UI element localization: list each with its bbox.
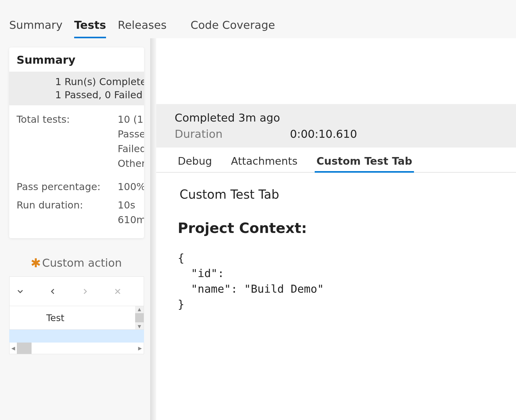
- close-button[interactable]: [111, 284, 125, 298]
- expand-toggle-button[interactable]: [13, 284, 27, 298]
- vertical-scrollbar[interactable]: ▲ ▼: [135, 306, 144, 329]
- chevron-left-icon: [48, 287, 57, 296]
- detail-tabs: Debug Attachments Custom Test Tab: [156, 148, 516, 173]
- tab-tests[interactable]: Tests: [74, 19, 106, 38]
- detail-duration-value: 0:00:10.610: [290, 128, 357, 140]
- tab-summary[interactable]: Summary: [9, 19, 63, 38]
- project-context-heading: Project Context:: [178, 220, 495, 236]
- summary-card-title: Summary: [9, 47, 144, 72]
- tab-code-coverage[interactable]: Code Coverage: [191, 19, 275, 38]
- project-context-json: { "id": "name": "Build Demo" }: [178, 250, 495, 312]
- summary-duration-label: Run duration:: [17, 198, 118, 212]
- summary-pass-value: 100%: [118, 179, 144, 194]
- summary-row-duration: Run duration: 10s 610ms: [17, 198, 137, 227]
- summary-total-other: Other: [118, 156, 144, 171]
- horizontal-scroll-track[interactable]: [17, 343, 136, 354]
- chevron-right-icon: [81, 287, 90, 296]
- selected-test-row[interactable]: [9, 330, 144, 343]
- custom-action-button[interactable]: ✱ Custom action: [9, 257, 153, 269]
- close-icon: [113, 287, 122, 296]
- detail-tab-attachments[interactable]: Attachments: [229, 154, 299, 173]
- test-toolbar: [9, 276, 144, 306]
- horizontal-scroll-thumb[interactable]: [17, 343, 32, 354]
- main-area: Summary 1 Run(s) Completed 1 Passed, 0 F…: [0, 38, 516, 420]
- vertical-scroll-thumb[interactable]: [135, 313, 144, 322]
- test-list-header[interactable]: Test ▲ ▼: [9, 306, 144, 330]
- custom-action-label: Custom action: [42, 257, 122, 269]
- summary-card: Summary 1 Run(s) Completed 1 Passed, 0 F…: [9, 47, 144, 238]
- detail-header: Completed 3m ago Duration 0:00:10.610: [156, 104, 516, 148]
- detail-body: Custom Test Tab Project Context: { "id":…: [156, 173, 516, 312]
- detail-tab-title: Custom Test Tab: [178, 187, 495, 201]
- detail-panel: Completed 3m ago Duration 0:00:10.610 De…: [156, 38, 516, 420]
- test-column-header: Test: [46, 313, 64, 323]
- left-panel: Summary 1 Run(s) Completed 1 Passed, 0 F…: [0, 38, 153, 420]
- summary-body: Total tests: 10 (1 Passed Failed Other P…: [9, 105, 144, 238]
- summary-total-failed: Failed: [118, 141, 144, 156]
- summary-row-pass: Pass percentage: 100%: [17, 179, 137, 194]
- asterisk-icon: ✱: [31, 257, 41, 269]
- horizontal-scrollbar[interactable]: ◀ ▶: [9, 343, 144, 354]
- chevron-down-icon: [16, 287, 25, 296]
- scroll-up-icon: ▲: [138, 306, 141, 312]
- summary-duration-value2: 610ms: [118, 212, 144, 227]
- detail-completed-text: Completed 3m ago: [175, 111, 498, 124]
- summary-banner-line1: 1 Run(s) Completed: [55, 75, 137, 88]
- summary-total-value: 10 (1: [118, 112, 144, 127]
- detail-tab-debug[interactable]: Debug: [176, 154, 214, 173]
- top-tabs: Summary Tests Releases Code Coverage: [0, 0, 516, 38]
- summary-total-values: 10 (1 Passed Failed Other: [118, 112, 144, 171]
- scroll-left-icon: ◀: [9, 345, 17, 351]
- summary-row-total: Total tests: 10 (1 Passed Failed Other: [17, 112, 137, 171]
- next-button[interactable]: [78, 284, 92, 298]
- summary-total-label: Total tests:: [17, 112, 118, 127]
- scroll-down-icon: ▼: [138, 323, 141, 329]
- tab-releases[interactable]: Releases: [118, 19, 166, 38]
- scroll-right-icon: ▶: [136, 345, 144, 351]
- summary-duration-value1: 10s: [118, 198, 144, 212]
- summary-pass-label: Pass percentage:: [17, 179, 118, 194]
- detail-tab-custom[interactable]: Custom Test Tab: [315, 154, 414, 173]
- summary-banner: 1 Run(s) Completed 1 Passed, 0 Failed: [9, 72, 144, 105]
- summary-total-passed: Passed: [118, 127, 144, 141]
- summary-banner-line2: 1 Passed, 0 Failed: [55, 88, 137, 102]
- detail-duration-label: Duration: [175, 128, 222, 140]
- prev-button[interactable]: [46, 284, 60, 298]
